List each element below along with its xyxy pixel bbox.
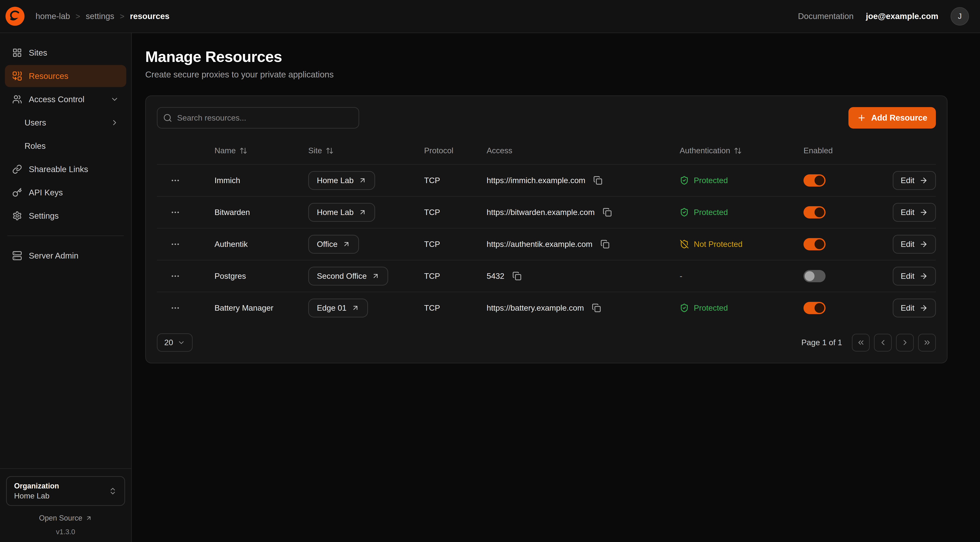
page-info: Page 1 of 1: [802, 338, 842, 347]
sidebar-divider: [7, 236, 124, 236]
row-menu-button[interactable]: [168, 173, 183, 188]
app-logo[interactable]: [5, 7, 24, 26]
edit-label: Edit: [901, 176, 915, 185]
auth-status: Protected: [680, 208, 728, 217]
breadcrumb-item-org[interactable]: home-lab: [35, 11, 70, 21]
org-value: Home Lab: [14, 491, 59, 500]
enabled-toggle[interactable]: [803, 302, 826, 314]
search-icon: [163, 113, 172, 123]
site-link[interactable]: Home Lab: [308, 171, 375, 190]
external-link-icon: [85, 515, 92, 521]
chevron-right-icon: [901, 338, 909, 347]
column-label: Site: [308, 146, 322, 155]
organization-selector[interactable]: Organization Home Lab: [6, 476, 125, 506]
auth-status: Protected: [680, 303, 728, 312]
avatar[interactable]: J: [951, 7, 969, 26]
breadcrumb-separator: >: [120, 12, 124, 21]
breadcrumb: home-lab > settings > resources: [35, 11, 170, 21]
copy-icon[interactable]: [511, 270, 523, 282]
column-header-name[interactable]: Name: [215, 146, 308, 155]
external-link-icon: [352, 304, 360, 312]
edit-button[interactable]: Edit: [893, 235, 936, 253]
site-name: Home Lab: [317, 176, 354, 185]
table-row: Postgres Second Office TCP 5432 - Edit: [157, 260, 936, 292]
external-link-icon: [358, 176, 366, 184]
protocol: TCP: [424, 208, 487, 217]
ellipsis-icon: [170, 271, 180, 281]
site-link[interactable]: Office: [308, 235, 359, 253]
version-label: v1.3.0: [6, 528, 125, 536]
edit-button[interactable]: Edit: [893, 171, 936, 190]
first-page-button[interactable]: [852, 334, 870, 352]
row-menu-button[interactable]: [168, 301, 183, 316]
site-name: Home Lab: [317, 208, 354, 217]
sidebar-item-resources[interactable]: Resources: [5, 65, 126, 87]
sidebar-item-label: API Keys: [29, 188, 63, 198]
shield-check-icon: [680, 208, 689, 217]
edit-label: Edit: [901, 303, 915, 312]
page-size-select[interactable]: 20: [157, 333, 192, 352]
sidebar-item-shareable-links[interactable]: Shareable Links: [5, 158, 126, 180]
sidebar-item-roles[interactable]: Roles: [5, 135, 126, 157]
column-header-site[interactable]: Site: [308, 146, 424, 155]
breadcrumb-item-resources: resources: [130, 11, 170, 21]
sidebar-footer: Organization Home Lab Open Source v1.3.0: [0, 468, 131, 542]
sidebar-item-users[interactable]: Users: [5, 112, 126, 134]
ellipsis-icon: [170, 175, 180, 185]
last-page-button[interactable]: [918, 334, 936, 352]
add-resource-button[interactable]: Add Resource: [848, 107, 936, 129]
copy-icon[interactable]: [599, 238, 611, 250]
row-menu-button[interactable]: [168, 269, 183, 284]
auth-status: Not Protected: [680, 239, 742, 249]
chevrons-left-icon: [857, 338, 865, 347]
main-content: Manage Resources Create secure proxies t…: [132, 33, 980, 542]
row-menu-button[interactable]: [168, 205, 183, 220]
row-menu-button[interactable]: [168, 237, 183, 252]
table-header: Name Site Protocol Access Authenticati: [157, 137, 936, 164]
column-header-authentication[interactable]: Authentication: [680, 146, 803, 155]
auth-label: Protected: [694, 303, 728, 312]
site-link[interactable]: Edge 01: [308, 298, 368, 317]
table-row: Immich Home Lab TCP https://immich.examp…: [157, 164, 936, 196]
site-link[interactable]: Home Lab: [308, 203, 375, 222]
copy-icon[interactable]: [590, 302, 602, 314]
gear-icon: [12, 211, 22, 221]
column-label: Name: [215, 146, 236, 155]
enabled-toggle[interactable]: [803, 206, 826, 218]
edit-button[interactable]: Edit: [893, 267, 936, 285]
enabled-toggle[interactable]: [803, 270, 826, 282]
app-root: home-lab > settings > resources Document…: [0, 0, 980, 542]
sidebar-item-access-control[interactable]: Access Control: [5, 88, 126, 110]
sidebar-item-api-keys[interactable]: API Keys: [5, 182, 126, 204]
next-page-button[interactable]: [896, 334, 914, 352]
breadcrumb-item-settings[interactable]: settings: [86, 11, 115, 21]
shield-off-icon: [680, 239, 689, 249]
access-url: https://authentik.example.com: [487, 240, 592, 249]
column-label: Enabled: [803, 146, 833, 155]
copy-icon[interactable]: [592, 175, 604, 186]
prev-page-button[interactable]: [874, 334, 892, 352]
table-row: Authentik Office TCP https://authentik.e…: [157, 228, 936, 260]
sidebar-item-label: Users: [24, 118, 46, 128]
search-input[interactable]: [157, 107, 359, 129]
chevron-right-icon: [110, 118, 119, 127]
sidebar-item-server-admin[interactable]: Server Admin: [5, 245, 126, 267]
edit-button[interactable]: Edit: [893, 298, 936, 317]
documentation-link[interactable]: Documentation: [798, 11, 854, 21]
org-label: Organization: [14, 482, 59, 490]
external-link-icon: [372, 272, 380, 280]
page-subtitle: Create secure proxies to your private ap…: [145, 70, 948, 80]
enabled-toggle[interactable]: [803, 238, 826, 250]
resource-name: Battery Manager: [215, 303, 308, 312]
copy-icon[interactable]: [601, 206, 613, 218]
site-link[interactable]: Second Office: [308, 267, 388, 285]
protocol: TCP: [424, 303, 487, 312]
card-toolbar: Add Resource: [157, 107, 936, 129]
sidebar-item-sites[interactable]: Sites: [5, 42, 126, 64]
edit-button[interactable]: Edit: [893, 203, 936, 222]
open-source-link[interactable]: Open Source: [6, 514, 125, 522]
sidebar-item-label: Server Admin: [29, 251, 78, 261]
enabled-toggle[interactable]: [803, 174, 826, 187]
arrow-right-icon: [920, 240, 928, 249]
sidebar-item-settings[interactable]: Settings: [5, 205, 126, 227]
